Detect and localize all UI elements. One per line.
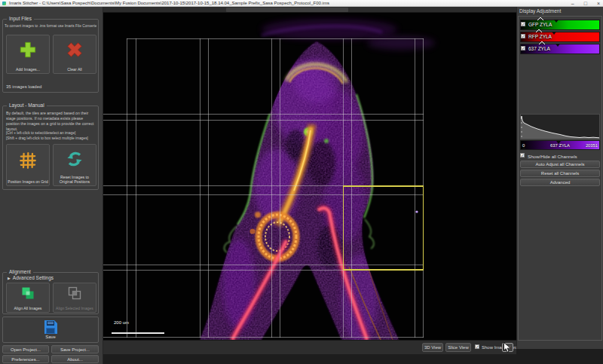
image-canvas: 200 um 3D View Slice View Show Image Bor… [103, 7, 516, 354]
layout-hint-shift: [Shift + drag left-click to box select m… [5, 136, 96, 140]
histogram-max: 20351 [586, 143, 598, 148]
channel-label: RFP ZYLA [528, 34, 552, 39]
slice-slider-handle[interactable] [226, 8, 348, 12]
imaris-stitcher-window: Imaris Stitcher - C:\Users\Sasa Pospech\… [0, 0, 603, 364]
histogram-range-bar[interactable]: 0 637 ZYLA 20351 [520, 140, 600, 150]
input-files-group: Input Files To convert images to .ims fo… [2, 19, 99, 93]
display-adjustment-title: Display Adjustment [519, 8, 561, 14]
position-on-grid-label: Position Images on Grid [8, 179, 48, 184]
expander-arrow-icon: ▶ [8, 276, 11, 280]
histogram-channel: 637 ZYLA [550, 143, 570, 148]
range-marker-icon[interactable] [552, 32, 556, 35]
save-button[interactable]: Save [4, 318, 97, 341]
channel-label: GFP ZYLA [528, 22, 552, 27]
app-icon [2, 2, 6, 5]
view-3d-button[interactable]: 3D View [422, 343, 443, 352]
channel-row-rfp: RFP ZYLA [520, 32, 600, 42]
show-image-borders-checkbox[interactable] [475, 344, 479, 349]
right-bottom-strip [516, 349, 603, 364]
channel-visible-checkbox[interactable] [521, 46, 525, 50]
display-adjustment-panel: Display Adjustment GFP ZYLA RFP ZYLA 637… [516, 7, 603, 349]
clear-all-label: Clear All [54, 67, 95, 72]
channel-histogram[interactable] [520, 114, 600, 139]
scale-bar-label: 200 um [114, 320, 129, 325]
channel-visible-checkbox[interactable] [521, 34, 525, 38]
range-marker-icon[interactable] [554, 20, 559, 23]
channel-row-637: 637 ZYLA [520, 44, 600, 54]
align-selected-label: Align Selected Images [54, 306, 95, 310]
control-panel: Input Files To convert images to .ims fo… [0, 7, 103, 364]
maximize-button[interactable]: □ [584, 0, 587, 7]
stitch-viewport[interactable]: 200 um [103, 13, 516, 340]
channel-label: 637 ZYLA [528, 46, 550, 51]
reset-positions-label: Reset Images to Original Positions [54, 175, 95, 184]
layout-description: By default, the tiles are arranged based… [6, 111, 96, 132]
show-hide-channels-label: Show/Hide all Channels [528, 154, 577, 159]
preferences-button[interactable]: Preferences... [2, 355, 49, 363]
gamma-caret-icon[interactable] [537, 17, 543, 20]
reset-positions-button[interactable]: Reset Images to Original Positions [53, 144, 96, 186]
layout-manual-group: Layout - Manual By default, the tiles ar… [2, 106, 99, 190]
advanced-settings-expander[interactable]: ▶Advanced Settings [8, 275, 54, 280]
layout-hint-ctrl: [Ctrl + left-click to select/deselect an… [5, 131, 96, 135]
save-label: Save [5, 335, 96, 340]
window-titlebar[interactable]: Imaris Stitcher - C:\Users\Sasa Pospech\… [0, 0, 603, 7]
about-button[interactable]: About... [51, 355, 99, 363]
channel-row-gfp: GFP ZYLA [520, 20, 600, 30]
images-loaded-status: 35 images loaded [6, 84, 41, 89]
open-project-button[interactable]: Open Project... [2, 345, 49, 353]
save-group: Save [2, 317, 99, 343]
mouse-cursor [504, 342, 512, 353]
align-all-label: Align All Images [8, 306, 48, 310]
close-button[interactable]: × [597, 0, 600, 7]
slice-slider-track [103, 7, 516, 13]
histogram-min: 0 [522, 143, 525, 148]
align-all-button[interactable]: Align All Images [6, 283, 50, 313]
clear-all-button[interactable]: Clear All [53, 35, 96, 74]
alignment-group: Alignment ▶Advanced Settings Align All I… [2, 272, 99, 314]
gamma-caret-icon[interactable] [536, 29, 542, 32]
input-files-title: Input Files [7, 16, 34, 21]
advanced-button[interactable]: Advanced [520, 179, 600, 186]
channel-visible-checkbox[interactable] [521, 22, 525, 26]
position-on-grid-button[interactable]: Position Images on Grid [6, 144, 50, 186]
gamma-caret-icon[interactable] [539, 41, 545, 44]
auto-adjust-button[interactable]: Auto Adjust all Channels [520, 161, 600, 168]
save-project-button[interactable]: Save Project... [51, 345, 99, 353]
reset-channels-button[interactable]: Reset all Channels [520, 170, 600, 177]
add-images-button[interactable]: Add Images... [6, 35, 50, 74]
align-selected-button[interactable]: Align Selected Images [53, 283, 96, 313]
viewer-toolbar: 3D View Slice View Show Image Borders Fi… [103, 340, 516, 354]
stitched-image [103, 13, 516, 340]
range-marker-icon[interactable] [556, 44, 560, 47]
scale-bar-line [112, 332, 164, 334]
layout-manual-title: Layout - Manual [7, 102, 47, 108]
window-title: Imaris Stitcher - C:\Users\Sasa Pospech\… [9, 0, 329, 7]
show-hide-channels-checkbox[interactable] [520, 153, 525, 158]
alignment-title: Alignment [7, 269, 33, 274]
view-slice-button[interactable]: Slice View [445, 343, 471, 352]
add-images-label: Add Images... [8, 67, 48, 72]
converter-hint: To convert images to .ims format use Ima… [5, 24, 96, 28]
minimize-button[interactable]: – [571, 0, 574, 7]
advanced-settings-label: Advanced Settings [13, 275, 54, 280]
